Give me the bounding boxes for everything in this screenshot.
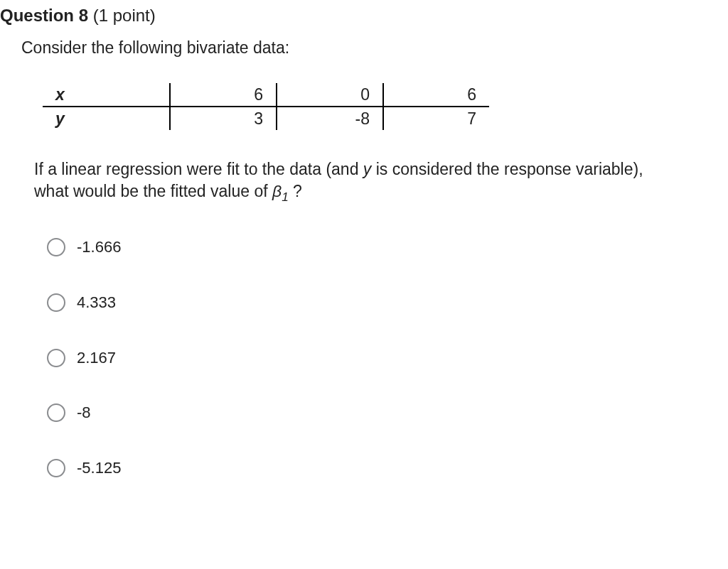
table-cell: 6 — [383, 83, 489, 107]
data-table: x 6 0 6 y 3 -8 7 — [43, 83, 489, 130]
table-cell: -8 — [277, 107, 383, 130]
options-group: -1.666 4.333 2.167 -8 -5.125 — [21, 237, 724, 478]
question-prompt: Consider the following bivariate data: — [21, 37, 724, 59]
table-label-x: x — [43, 83, 170, 107]
radio-icon — [47, 403, 65, 422]
table-label-y: y — [43, 107, 170, 130]
option-4[interactable]: -8 — [47, 402, 724, 423]
option-label: -5.125 — [77, 457, 121, 479]
question-follow: If a linear regression were fit to the d… — [21, 158, 724, 205]
follow-text: ? — [289, 182, 302, 200]
radio-icon — [47, 293, 65, 312]
option-1[interactable]: -1.666 — [47, 237, 724, 258]
option-label: -1.666 — [77, 237, 121, 258]
follow-text: If a linear regression were fit to the d… — [34, 160, 363, 178]
table-cell: 3 — [170, 107, 277, 130]
table-cell: 0 — [277, 83, 383, 107]
question-header: Question 8 (1 point) — [0, 4, 724, 27]
follow-y-italic: y — [363, 160, 372, 178]
table-cell: 6 — [170, 83, 277, 107]
radio-icon — [47, 238, 65, 256]
question-title: Question 8 — [0, 6, 88, 25]
question-points: (1 point) — [93, 6, 156, 25]
radio-icon — [47, 349, 65, 367]
beta-symbol: β — [272, 182, 282, 200]
option-2[interactable]: 4.333 — [47, 292, 724, 313]
option-label: 4.333 — [77, 292, 116, 313]
table-row: x 6 0 6 — [43, 83, 489, 107]
table-cell: 7 — [383, 107, 489, 130]
table-row: y 3 -8 7 — [43, 107, 489, 130]
radio-icon — [47, 459, 65, 477]
option-3[interactable]: 2.167 — [47, 347, 724, 369]
option-label: -8 — [77, 402, 91, 423]
beta-subscript: 1 — [282, 190, 289, 204]
option-5[interactable]: -5.125 — [47, 457, 724, 479]
option-label: 2.167 — [77, 347, 116, 369]
